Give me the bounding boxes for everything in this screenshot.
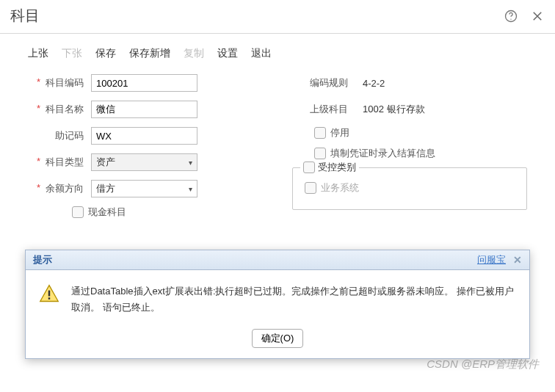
label-disabled: 停用 [330,126,349,139]
label-name: 科目名称 [28,103,91,116]
toolbar-save-new[interactable]: 保存新增 [129,47,170,60]
label-settle-info: 填制凭证时录入结算信息 [330,147,435,160]
close-icon[interactable] [530,9,545,23]
checkbox-disabled[interactable] [314,127,326,139]
dialog-message: 通过DataTable插入ext扩展表出错:执行超时已过期。完成操作之前已超时或… [71,283,516,316]
toolbar-exit[interactable]: 退出 [251,47,272,60]
svg-rect-4 [48,297,50,300]
checkbox-settle-info[interactable] [314,148,326,159]
toolbar-prev[interactable]: 上张 [28,47,48,60]
chevron-down-icon: ▾ [189,159,192,167]
toolbar: 上张 下张 保存 保存新增 复制 设置 退出 [0,34,555,70]
chevron-down-icon: ▾ [189,185,192,193]
label-balance-dir: 余额方向 [28,182,91,195]
page-title: 科目 [10,6,40,26]
help-icon[interactable] [504,9,518,23]
label-code-rule: 编码规则 [292,76,355,90]
input-name[interactable] [91,101,197,118]
label-parent: 上级科目 [292,103,355,116]
select-type-value: 资产 [96,156,115,169]
input-mnemonic[interactable] [91,127,197,145]
label-cash-account: 现金科目 [88,206,126,219]
select-balance-dir-value: 借方 [96,182,115,195]
legend-controlled: 受控类别 [318,161,356,174]
dialog-alert: 提示 问服宝 ✕ 通过DataTable插入ext扩展表出错:执行超时已过期。完… [25,250,530,359]
dialog-help-link[interactable]: 问服宝 [477,253,506,266]
value-parent: 1002 银行存款 [355,103,425,116]
select-balance-dir[interactable]: 借方 ▾ [91,180,197,197]
svg-rect-3 [48,291,50,297]
label-mnemonic: 助记码 [28,129,91,142]
toolbar-settings[interactable]: 设置 [217,47,238,60]
checkbox-cash-account[interactable] [72,206,84,218]
watermark: CSDN @ERP管理软件 [427,357,539,371]
value-code-rule: 4-2-2 [355,78,385,89]
toolbar-next: 下张 [62,47,82,60]
label-type: 科目类型 [28,156,91,169]
checkbox-controlled-category[interactable] [303,161,315,173]
checkbox-biz-system[interactable] [305,182,316,194]
input-code[interactable] [91,74,197,92]
svg-point-1 [510,18,511,19]
select-type[interactable]: 资产 ▾ [91,153,197,171]
warning-icon [39,283,59,304]
dialog-ok-button[interactable]: 确定(O) [252,329,304,348]
fieldset-controlled: 受控类别 业务系统 [292,167,527,210]
dialog-close-icon[interactable]: ✕ [513,254,522,266]
label-code: 科目编码 [28,76,91,90]
dialog-title: 提示 [33,253,52,266]
toolbar-copy: 复制 [184,47,204,60]
label-biz-system: 业务系统 [321,181,359,195]
toolbar-save[interactable]: 保存 [95,47,116,60]
